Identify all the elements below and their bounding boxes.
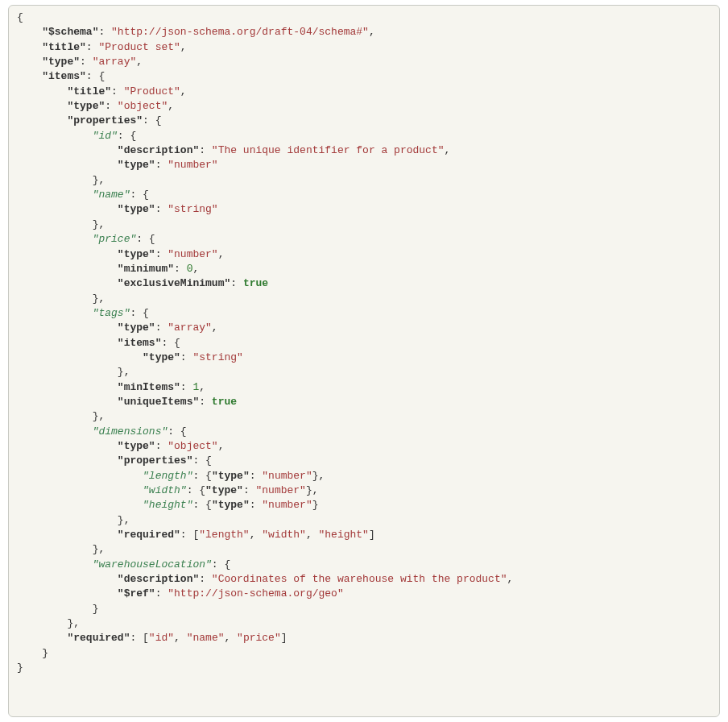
colon: : [250,470,263,482]
colon: : [187,484,200,496]
val-req-price: "price" [237,632,281,644]
key-type: "type" [205,484,243,496]
comma: , [319,470,325,482]
brace-close: } [312,499,319,511]
brace-open: { [149,233,155,245]
colon: : [230,277,243,289]
brace-open: { [205,470,212,482]
colon: : [130,307,143,319]
colon: : [118,130,130,142]
comma: , [312,484,319,496]
brace-open: { [174,337,180,349]
val-req-length: "length" [199,529,249,541]
colon: : [80,56,93,68]
key-type: "type" [67,100,105,112]
brace-open: { [205,499,212,511]
colon: : [199,396,212,408]
comma: , [180,41,187,53]
colon: : [180,381,193,393]
brace-open: { [205,454,212,467]
key-unique-items: "uniqueItems" [118,396,199,408]
key-description: "description" [118,144,199,156]
propkey-tags: "tags" [93,307,130,319]
comma: , [73,617,80,629]
comma: , [218,440,225,452]
colon: : [130,632,143,644]
colon: : [243,484,256,496]
key-description: "description" [118,573,199,585]
brace-close: } [118,366,124,378]
key-type: "type" [143,351,180,363]
key-title: "title" [67,85,111,98]
val-type-string: "string" [192,351,242,363]
brace-open: { [130,130,136,142]
comma: , [369,26,375,38]
key-type: "type" [118,322,155,334]
comma: , [306,529,319,541]
brace-open: { [180,425,187,438]
brace-open: { [199,484,205,496]
comma: , [98,218,105,230]
brace-close: } [42,647,48,659]
propkey-dimensions: "dimensions" [93,425,168,438]
colon: : [174,263,187,275]
propkey-id: "id" [93,130,118,142]
key-type: "type" [118,203,155,215]
val-req-height: "height" [319,529,369,541]
key-schema: "$schema" [42,26,98,38]
key-type: "type" [212,470,250,482]
colon: : [161,337,174,349]
bracket-close: ] [281,632,287,644]
key-type: "type" [118,159,155,171]
colon: : [192,499,205,511]
colon: : [199,144,212,156]
comma: , [180,85,187,98]
brace-open: { [17,11,23,23]
val-desc-id: "The unique identifier for a product" [212,144,445,156]
propkey-warehouse-location: "warehouseLocation" [93,558,212,571]
key-title: "title" [42,41,86,53]
val-type-object: "object" [168,440,217,452]
brace-open: { [143,307,149,319]
colon: : [86,70,99,82]
colon: : [199,573,212,585]
comma: , [225,632,238,644]
comma: , [124,514,130,526]
val-type-number: "number" [262,470,312,482]
code-block: { "$schema": "http://json-schema.org/dra… [8,5,720,717]
key-ref: "$ref" [118,587,155,600]
colon: : [98,26,111,38]
colon: : [192,454,205,467]
propkey-length: "length" [143,470,192,482]
comma: , [174,632,187,644]
propkey-price: "price" [93,233,137,245]
colon: : [130,189,143,201]
propkey-height: "height" [143,499,192,511]
comma: , [98,543,105,555]
colon: : [111,85,124,98]
val-ref-geo: "http://json-schema.org/geo" [168,587,343,600]
brace-close: } [118,514,124,526]
brace-open: { [143,189,149,201]
colon: : [155,203,168,215]
brace-close: } [17,662,23,674]
comma: , [98,174,105,186]
key-type: "type" [118,440,155,452]
key-type: "type" [118,248,155,260]
key-minimum: "minimum" [118,263,174,275]
brace-close: } [93,603,99,615]
colon: : [143,114,155,127]
key-min-items: "minItems" [118,381,180,393]
key-type: "type" [42,56,80,68]
key-type: "type" [212,499,250,511]
colon: : [155,159,168,171]
colon: : [168,425,180,438]
val-true: true [212,396,237,408]
colon: : [155,322,168,334]
key-items: "items" [118,337,162,349]
json-schema-code: { "$schema": "http://json-schema.org/dra… [17,10,711,675]
comma: , [507,573,514,585]
propkey-width: "width" [143,484,187,496]
comma: , [136,56,143,68]
val-desc-warehouse: "Coordinates of the warehouse with the p… [212,573,507,585]
